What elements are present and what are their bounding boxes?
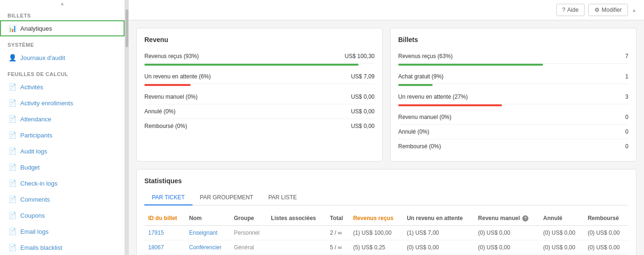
revenue-row-0: Revenus reçus (93%) US$ 100,30: [144, 49, 375, 64]
attendance-icon: 📄: [8, 115, 17, 123]
billets-row-3-label: Revenu manuel (0%): [398, 114, 452, 120]
row-1-listes: [267, 240, 326, 255]
audit-logs-icon: 📄: [8, 147, 17, 155]
table-header-row: ID du billet Nom Groupe Listes associées…: [144, 211, 628, 226]
scroll-up[interactable]: ▲: [0, 0, 125, 7]
scrollbar-thumb[interactable]: [125, 9, 128, 47]
activity-enrollments-label: Activity enrollments: [20, 100, 73, 107]
row-1-nom[interactable]: Conférencier: [189, 244, 222, 251]
sidebar-section-feuilles: FEUILLES DE CALCUL: [0, 66, 125, 79]
modifier-label: Modifier: [602, 7, 622, 13]
journaux-label: Journaux d'audit: [20, 54, 65, 61]
row-1-id[interactable]: 18067: [148, 244, 164, 251]
row-0-nom[interactable]: Enseignant: [189, 230, 217, 236]
billets-row-5-label: Remboursé (0%): [398, 143, 441, 150]
row-1-manuel: (0) US$ 0,00: [474, 240, 539, 255]
coupons-icon: 📄: [8, 212, 17, 219]
row-0-total: 2 / ∞: [326, 226, 349, 240]
row-0-id[interactable]: 17915: [148, 230, 164, 236]
row-0-revenus: (1) US$ 100,00: [349, 226, 403, 240]
revenue-row-3: Annulé (0%) US$ 0,00: [144, 104, 375, 119]
row-0-annule: (0) US$ 0,00: [539, 226, 584, 240]
row-0-listes: [267, 226, 326, 240]
sidebar-item-email-logs[interactable]: 📄 Email logs: [0, 223, 125, 239]
gear-icon: ⚙: [594, 7, 600, 13]
revenue-row-0-label: Revenus reçus (93%): [144, 53, 199, 60]
budget-icon: 📄: [8, 163, 17, 171]
billets-row-0-value: 7: [625, 53, 628, 60]
sidebar-item-participants[interactable]: 📄 Participants: [0, 127, 125, 143]
billets-row-1-label: Achat gratuit (9%): [398, 73, 443, 80]
stats-table: ID du billet Nom Groupe Listes associées…: [144, 211, 628, 255]
scroll-right-arrow[interactable]: ▲: [632, 8, 636, 13]
journaux-icon: 👤: [8, 54, 17, 61]
sidebar-item-activites[interactable]: 📄 Activités: [0, 79, 125, 95]
revenue-card: Revenu Revenus reçus (93%) US$ 100,30 Un…: [136, 28, 383, 162]
comments-label: Comments: [20, 196, 50, 203]
table-row: 17915 Enseignant Personnel 2 / ∞ (1) US$…: [144, 226, 628, 240]
col-nom: Nom: [185, 211, 230, 226]
revenue-row-1: Un revenu en attente (6%) US$ 7,09: [144, 69, 375, 84]
sidebar-item-coupons[interactable]: 📄 Coupons: [0, 207, 125, 223]
sidebar-item-budget[interactable]: 📄 Budget: [0, 159, 125, 175]
sidebar-item-journaux-audit[interactable]: 👤 Journaux d'audit: [0, 50, 125, 66]
modifier-button[interactable]: ⚙ Modifier: [588, 4, 628, 16]
analytiques-label: Analytiques: [20, 25, 52, 32]
sidebar-item-comments[interactable]: 📄 Comments: [0, 191, 125, 207]
row-1-revenus: (5) US$ 0,25: [349, 240, 403, 255]
attendance-label: Attendance: [20, 116, 51, 123]
revenue-row-4-value: US$ 0,00: [351, 123, 375, 129]
help-icon[interactable]: ?: [522, 215, 528, 221]
sidebar-scrollbar: [125, 0, 129, 255]
analytiques-icon: 📊: [8, 25, 17, 32]
col-revenu-attente: Un revenu en attente: [403, 211, 474, 226]
revenue-row-4-label: Remboursé (0%): [144, 123, 187, 129]
stats-title: Statistiques: [144, 177, 628, 185]
sidebar-item-check-in-logs[interactable]: 📄 Check-in logs: [0, 175, 125, 191]
billets-row-3: Revenu manuel (0%) 0: [398, 110, 628, 125]
tab-par-ticket[interactable]: PAR TICKET: [144, 190, 192, 205]
revenue-row-4: Remboursé (0%) US$ 0,00: [144, 119, 375, 133]
email-logs-label: Email logs: [20, 228, 49, 235]
col-revenu-manuel: Revenu manuel ?: [474, 211, 539, 226]
revenue-row-0-value: US$ 100,30: [345, 53, 375, 60]
billets-row-4-value: 0: [625, 128, 628, 135]
sidebar-section-billets: BILLETS: [0, 7, 125, 20]
billets-row-0: Revenus reçus (63%) 7: [398, 49, 628, 64]
col-annule: Annulé: [539, 211, 584, 226]
aide-button[interactable]: ? Aide: [556, 4, 585, 16]
row-1-rembourse: (0) US$ 0,00: [584, 240, 628, 255]
sidebar-item-emails-blacklist[interactable]: 📄 Emails blacklist: [0, 239, 125, 255]
participants-label: Participants: [20, 132, 52, 139]
revenue-row-2: Revenu manuel (0%) US$ 0,00: [144, 90, 375, 104]
activites-icon: 📄: [8, 83, 17, 91]
activity-enrollments-icon: 📄: [8, 99, 17, 107]
sidebar-item-activity-enrollments[interactable]: 📄 Activity enrollments: [0, 95, 125, 111]
check-in-logs-label: Check-in logs: [20, 180, 58, 187]
row-0-groupe: Personnel: [234, 230, 259, 236]
audit-logs-label: Audit logs: [20, 148, 47, 155]
billets-row-2: Un revenu en attente (27%) 3: [398, 90, 628, 104]
budget-label: Budget: [20, 164, 40, 171]
check-in-logs-icon: 📄: [8, 179, 17, 187]
billets-row-3-value: 0: [625, 114, 628, 120]
tab-par-liste[interactable]: PAR LISTE: [261, 190, 304, 205]
emails-blacklist-icon: 📄: [8, 244, 17, 251]
row-1-attente: (0) US$ 0,00: [403, 240, 474, 255]
comments-icon: 📄: [8, 196, 17, 203]
sidebar-item-audit-logs[interactable]: 📄 Audit logs: [0, 143, 125, 159]
question-icon: ?: [562, 7, 566, 13]
stats-tabs: PAR TICKET PAR GROUPEMENT PAR LISTE: [144, 190, 628, 205]
sidebar-item-attendance[interactable]: 📄 Attendance: [0, 111, 125, 127]
sidebar-item-analytiques[interactable]: 📊 Analytiques: [0, 20, 125, 36]
col-total: Total: [326, 211, 349, 226]
billets-row-2-label: Un revenu en attente (27%): [398, 94, 468, 100]
revenue-bar-0: [144, 64, 359, 66]
row-1-groupe: Général: [234, 244, 254, 251]
cards-row: Revenu Revenus reçus (93%) US$ 100,30 Un…: [136, 28, 636, 162]
tab-par-groupement[interactable]: PAR GROUPEMENT: [192, 190, 261, 205]
content-area: Revenu Revenus reçus (93%) US$ 100,30 Un…: [129, 20, 644, 255]
revenue-row-2-value: US$ 0,00: [351, 94, 375, 100]
billets-bar-1: [398, 84, 433, 86]
billets-row-4: Annulé (0%) 0: [398, 125, 628, 139]
